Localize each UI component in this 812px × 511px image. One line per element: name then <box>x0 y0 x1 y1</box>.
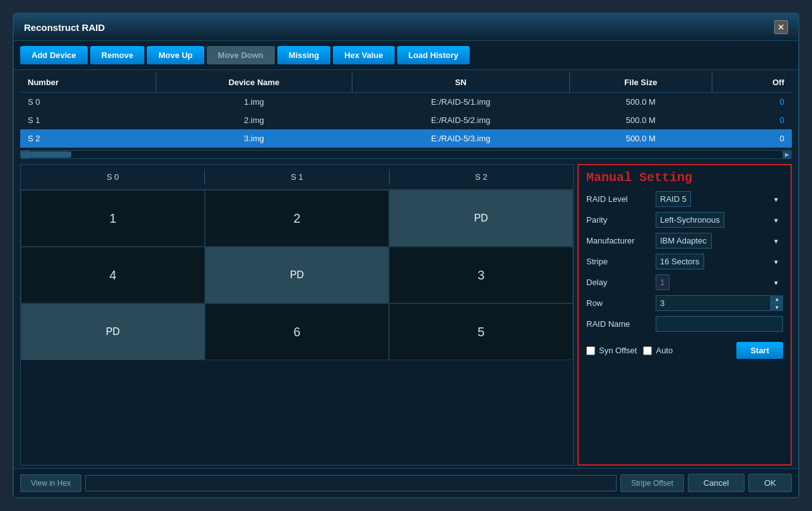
stripe-row: Stripe 16 Sectors <box>586 254 783 269</box>
cell-file-size: 500.0 M <box>570 93 712 112</box>
spin-buttons: ▲ ▼ <box>770 295 783 311</box>
device-table: Number Device Name SN File Size Off S 0 … <box>20 73 792 148</box>
raid-level-select[interactable]: RAID 5 <box>656 191 691 207</box>
manual-setting-title: Manual Setting <box>586 170 783 185</box>
view-in-hex-button[interactable]: View in Hex <box>20 474 81 492</box>
footer: View in Hex Stripe Offset Cancel OK <box>14 468 798 497</box>
cell-off: 0 <box>712 111 792 129</box>
raid-name-row: RAID Name <box>586 316 783 332</box>
raid-name-label: RAID Name <box>586 319 656 329</box>
toolbar: Add Device Remove Move Up Move Down Miss… <box>14 41 798 70</box>
col-file-size: File Size <box>570 73 712 93</box>
raid-name-input[interactable] <box>656 316 783 332</box>
manufacturer-row: Manufacturer IBM Adaptec <box>586 233 783 249</box>
hex-value-button[interactable]: Hex Value <box>333 46 394 64</box>
delay-label: Delay <box>586 278 656 287</box>
syn-offset-label: Syn Offset <box>599 346 637 355</box>
manufacturer-select[interactable]: IBM Adaptec <box>656 233 712 249</box>
cell-number: S 2 <box>20 129 156 148</box>
grid-header: S 0 S 1 S 2 <box>21 165 573 190</box>
cell-off: 0 <box>712 93 792 112</box>
footer-text-input[interactable] <box>85 475 617 491</box>
main-area: S 0 S 1 S 2 1 2 PD 4 PD 3 PD 6 5 Manual … <box>20 164 792 466</box>
parity-select[interactable]: Left-Sychronous <box>656 212 724 228</box>
stripe-label: Stripe <box>586 257 656 266</box>
scrollbar-thumb[interactable] <box>21 151 71 158</box>
col-off: Off <box>712 73 792 93</box>
cell-sn: E:/RAID-5/3.img <box>352 129 569 148</box>
grid-header-s1: S 1 <box>205 170 389 184</box>
cell-file-size: 500.0 M <box>570 129 712 148</box>
add-device-button[interactable]: Add Device <box>20 46 88 64</box>
row-label: Row <box>586 298 656 308</box>
cell-sn: E:/RAID-5/1.img <box>352 93 569 112</box>
load-history-button[interactable]: Load History <box>397 46 470 64</box>
delay-row: Delay 1 <box>586 274 783 290</box>
syn-offset-group: Syn Offset <box>586 346 637 355</box>
grid-cell-0-0: 1 <box>21 190 205 247</box>
raid-grid-panel: S 0 S 1 S 2 1 2 PD 4 PD 3 PD 6 5 <box>20 164 574 466</box>
manufacturer-select-wrapper: IBM Adaptec <box>656 233 783 249</box>
stripe-offset-button[interactable]: Stripe Offset <box>620 474 683 492</box>
cell-off: 0 <box>712 129 792 148</box>
row-spin-wrapper: ▲ ▼ <box>656 295 783 311</box>
grid-body: 1 2 PD 4 PD 3 PD 6 5 <box>21 190 573 360</box>
raid-level-label: RAID Level <box>586 194 656 204</box>
footer-right-buttons: Cancel OK <box>688 474 792 492</box>
stripe-select-wrapper: 16 Sectors <box>656 254 783 269</box>
scroll-right-arrow[interactable]: ▶ <box>782 151 791 158</box>
col-number: Number <box>20 73 156 93</box>
syn-offset-checkbox[interactable] <box>586 346 595 355</box>
dialog-title: Reconstruct RAID <box>24 22 105 33</box>
row-input[interactable] <box>656 295 783 311</box>
spin-down-button[interactable]: ▼ <box>771 303 783 311</box>
cell-sn: E:/RAID-5/2.img <box>352 111 569 129</box>
ok-button[interactable]: OK <box>748 474 792 492</box>
start-button[interactable]: Start <box>736 342 783 359</box>
reconstruct-raid-dialog: Reconstruct RAID ✕ Add Device Remove Mov… <box>13 13 799 498</box>
auto-label: Auto <box>656 346 673 355</box>
manual-setting-panel: Manual Setting RAID Level RAID 5 Parity … <box>577 164 792 466</box>
spin-up-button[interactable]: ▲ <box>771 295 783 303</box>
close-button[interactable]: ✕ <box>774 20 788 34</box>
parity-label: Parity <box>586 215 656 225</box>
parity-select-wrapper: Left-Sychronous <box>656 212 783 228</box>
table-row[interactable]: S 1 2.img E:/RAID-5/2.img 500.0 M 0 <box>20 111 792 129</box>
remove-button[interactable]: Remove <box>90 46 145 64</box>
table-row[interactable]: S 0 1.img E:/RAID-5/1.img 500.0 M 0 <box>20 93 792 112</box>
horizontal-scrollbar[interactable]: ◀ ▶ <box>20 150 792 159</box>
parity-row: Parity Left-Sychronous <box>586 212 783 228</box>
manufacturer-label: Manufacturer <box>586 236 656 245</box>
cell-number: S 0 <box>20 93 156 112</box>
move-down-button: Move Down <box>207 46 275 64</box>
cell-device-name: 2.img <box>156 111 352 129</box>
grid-header-s2: S 2 <box>390 170 573 184</box>
raid-level-row: RAID Level RAID 5 <box>586 191 783 207</box>
grid-cell-2-0: PD <box>21 303 205 360</box>
grid-cell-2-2: 5 <box>389 303 573 360</box>
auto-checkbox[interactable] <box>643 346 652 355</box>
table-row[interactable]: S 2 3.img E:/RAID-5/3.img 500.0 M 0 <box>20 129 792 148</box>
missing-button[interactable]: Missing <box>277 46 330 64</box>
cell-file-size: 500.0 M <box>570 111 712 129</box>
grid-cell-0-2: PD <box>389 190 573 247</box>
auto-group: Auto <box>643 346 673 355</box>
col-sn: SN <box>352 73 569 93</box>
delay-select[interactable]: 1 <box>656 274 670 290</box>
bottom-controls-row: Syn Offset Auto Start <box>586 342 783 359</box>
stripe-select[interactable]: 16 Sectors <box>656 254 704 269</box>
grid-cell-1-2: 3 <box>389 247 573 303</box>
grid-cell-2-1: 6 <box>205 303 389 360</box>
grid-cell-1-0: 4 <box>21 247 205 303</box>
cell-device-name: 1.img <box>156 93 352 112</box>
cell-number: S 1 <box>20 111 156 129</box>
title-bar: Reconstruct RAID ✕ <box>14 14 798 41</box>
move-up-button[interactable]: Move Up <box>147 46 204 64</box>
grid-header-s0: S 0 <box>21 170 205 184</box>
device-table-section: Number Device Name SN File Size Off S 0 … <box>14 70 798 148</box>
delay-select-wrapper: 1 <box>656 274 783 290</box>
grid-cell-1-1: PD <box>205 247 389 303</box>
cancel-button[interactable]: Cancel <box>688 474 745 492</box>
cell-device-name: 3.img <box>156 129 352 148</box>
grid-cell-0-1: 2 <box>205 190 389 247</box>
